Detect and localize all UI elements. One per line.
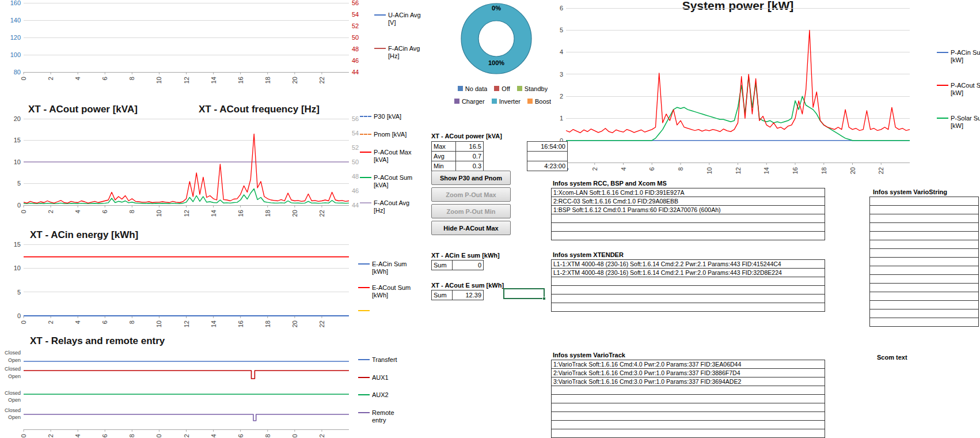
stat-label: Min: [432, 161, 456, 171]
stat-time: [527, 152, 568, 161]
svg-text:14: 14: [210, 320, 217, 327]
svg-text:140: 140: [10, 17, 21, 24]
legend-label: AUX2: [372, 391, 407, 399]
svg-text:5: 5: [17, 180, 21, 187]
svg-text:2: 2: [591, 167, 598, 171]
legend-item: P-ACin Sum [kW]: [937, 49, 980, 64]
relays-chart: ClosedOpenClosedOpenClosedOpenClosedOpen…: [24, 349, 349, 429]
legend-swatch: [374, 14, 386, 16]
svg-text:10: 10: [706, 167, 713, 174]
info-table-row: [869, 231, 979, 240]
svg-text:2: 2: [47, 77, 54, 80]
svg-text:20: 20: [291, 210, 298, 217]
svg-text:8: 8: [128, 320, 135, 324]
svg-text:22: 22: [318, 77, 325, 84]
svg-text:2: 2: [47, 320, 54, 324]
svg-text:15: 15: [14, 241, 21, 248]
svg-text:52: 52: [352, 144, 359, 151]
legend-item: U-ACin Avg [V]: [374, 12, 428, 27]
stat-label: Max: [432, 142, 456, 152]
legend-label: Transfert: [372, 356, 407, 364]
legend-label: Inverter: [499, 98, 521, 105]
svg-text:4: 4: [74, 77, 81, 80]
relays-legend: TransfertAUX1AUX2Remote entry: [358, 356, 407, 424]
legend-label: P-ACin Sum [kW]: [951, 49, 980, 64]
svg-text:Open: Open: [8, 373, 21, 379]
svg-text:Closed: Closed: [5, 407, 21, 413]
svg-text:10: 10: [14, 265, 21, 271]
legend-swatch: [492, 99, 497, 104]
relays-title: XT - Relays and remote entry: [30, 335, 165, 347]
cell-fill-handle[interactable]: [542, 297, 546, 300]
stat-label: Avg: [432, 152, 456, 161]
acout-power-title: XT - ACout power [kVA]: [28, 104, 138, 115]
hide-pacout-max-button[interactable]: Hide P-ACout Max: [431, 221, 511, 235]
acout-e-sum-table: Sum12.39: [431, 290, 484, 300]
legend-swatch: [358, 310, 370, 311]
svg-text:0: 0: [20, 77, 27, 80]
series-P-ACout Sum [kW]: [566, 30, 910, 133]
svg-text:18: 18: [264, 434, 271, 438]
info-table-row: [551, 285, 825, 294]
legend-label: E-ACin Sum [kWh]: [372, 260, 424, 275]
legend-swatch: [360, 202, 371, 203]
legend-swatch: [360, 116, 371, 117]
info-table-row: [551, 394, 825, 403]
svg-text:3: 3: [560, 71, 563, 78]
legend-label: P-ACout Max [kVA]: [374, 149, 416, 164]
svg-text:12: 12: [183, 77, 190, 84]
svg-text:8: 8: [128, 434, 135, 437]
donut-bottom-label: 100%: [483, 59, 510, 66]
infos-variostring-title: Infos system VarioString: [873, 188, 947, 195]
info-table-row: [869, 266, 979, 275]
legend-item: F-ACout Avg [Hz]: [360, 199, 416, 214]
info-table-row: [869, 283, 979, 292]
svg-text:48: 48: [352, 46, 359, 52]
acout-stats-title: XT - ACout power [kVA]: [431, 133, 502, 139]
svg-text:46: 46: [352, 187, 359, 194]
svg-text:5: 5: [17, 289, 21, 296]
show-p30-pnom-button[interactable]: Show P30 and Pnom: [431, 171, 511, 185]
infos-xtender-table: L1-1:XTM 4000-48 (230-16) Soft:1.6.14 Cm…: [551, 259, 825, 312]
svg-text:5: 5: [560, 27, 563, 33]
svg-text:18: 18: [264, 77, 271, 84]
svg-text:4: 4: [74, 320, 81, 324]
selected-cell[interactable]: [503, 288, 545, 299]
svg-text:10: 10: [155, 320, 162, 327]
info-table-row: [869, 292, 979, 301]
svg-text:160: 160: [10, 0, 21, 6]
svg-text:20: 20: [291, 320, 298, 327]
acout-freq-title: XT - ACout frequency [Hz]: [199, 104, 320, 115]
info-table-row: 2:RCC-03 Soft:1.6.16 Cmd:1.0 FID:29A08EB…: [551, 197, 825, 206]
legend-label: U-ACin Avg [V]: [388, 12, 428, 27]
info-table-row: [551, 294, 825, 303]
svg-text:54: 54: [352, 130, 359, 137]
acin-energy-title: XT - ACin energy [kWh]: [30, 229, 138, 241]
legend-swatch: [937, 118, 948, 119]
svg-text:Open: Open: [8, 357, 21, 363]
svg-text:1: 1: [560, 115, 563, 122]
svg-text:0: 0: [20, 434, 27, 437]
legend-item: Standby: [517, 85, 548, 93]
series-AUX1: [24, 371, 349, 379]
svg-text:2: 2: [47, 210, 54, 213]
svg-text:50: 50: [352, 158, 359, 165]
infos-xtender-title: Infos system XTENDER: [553, 251, 624, 258]
svg-text:22: 22: [878, 167, 884, 174]
svg-text:Open: Open: [8, 397, 21, 403]
svg-text:10: 10: [14, 158, 21, 165]
svg-text:10: 10: [155, 210, 162, 217]
svg-text:50: 50: [352, 34, 359, 41]
svg-text:0: 0: [17, 312, 21, 319]
svg-text:4: 4: [74, 434, 81, 437]
legend-label: Boost: [535, 98, 551, 105]
legend-item: P30 [kVA]: [360, 113, 416, 120]
svg-text:6: 6: [101, 210, 108, 213]
svg-text:44: 44: [352, 202, 359, 209]
svg-text:16: 16: [792, 167, 799, 174]
info-table-row: [551, 231, 825, 240]
acin-e-sum-table: Sum0: [431, 260, 484, 270]
svg-text:44: 44: [352, 69, 359, 75]
legend-swatch: [358, 263, 370, 265]
legend-item: P-ACout Sum [kW]: [937, 82, 980, 97]
